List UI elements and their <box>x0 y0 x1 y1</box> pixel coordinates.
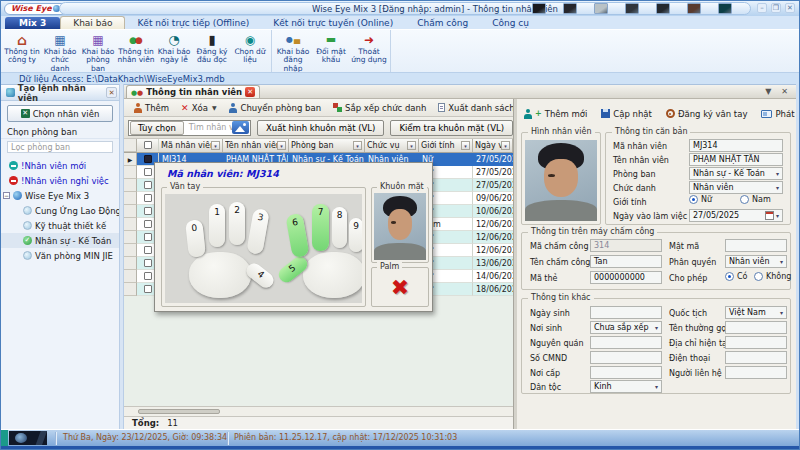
tree-item-2[interactable]: −Wise Eye Mix 3 <box>1 188 119 203</box>
column-filter-icon[interactable]: ▾ <box>407 141 416 150</box>
nickname-input[interactable] <box>725 321 787 334</box>
column-filter-icon[interactable]: ▾ <box>277 141 286 150</box>
ribbon-button-1[interactable]: Khai báo chức danh <box>41 32 79 73</box>
sidebar-close-icon[interactable]: ✕ <box>106 87 117 98</box>
device-thumbnail-5[interactable] <box>687 3 701 14</box>
scrollbar-thumb[interactable] <box>138 409 220 414</box>
finger-6-registered[interactable]: 6 <box>285 213 309 258</box>
finger-7-registered[interactable]: 7 <box>312 204 329 251</box>
gender-radio-female[interactable]: Nữ <box>689 195 712 204</box>
birth-date-input[interactable] <box>590 306 662 319</box>
detail-issue-card-button[interactable]: Phát thẻ <box>757 109 796 119</box>
column-filter-icon[interactable]: ▾ <box>211 141 220 150</box>
column-header-2[interactable]: Phòng ban▾ <box>289 139 365 152</box>
job-title-select[interactable]: Nhân viên <box>689 181 783 194</box>
department-filter-input[interactable]: Lọc phòng ban <box>7 141 113 153</box>
device-thumbnail-1[interactable] <box>563 3 577 14</box>
card-number-input[interactable]: 0000000000 <box>590 271 662 284</box>
department-select[interactable]: Nhân sự - Kế Toán <box>689 167 783 180</box>
password-input[interactable] <box>725 239 787 252</box>
column-filter-icon[interactable]: ▾ <box>353 141 362 150</box>
detail-update-button[interactable]: Cập nhật <box>597 109 656 119</box>
birth-place-select[interactable]: Chưa sắp xếp <box>590 321 662 334</box>
tab-row-close-icon[interactable]: ✕ <box>781 87 788 96</box>
check-face-button[interactable]: Kiểm tra khuôn mặt (VL) <box>390 120 513 136</box>
sidebar-tab[interactable]: Tạo lệnh nhân viên ✕ <box>1 85 119 101</box>
column-header-0[interactable]: Mã nhân viên▾ <box>159 139 223 152</box>
toolbar-export-list-button[interactable]: Xuất danh sách <box>433 100 519 115</box>
tab-employee-info[interactable]: Thông tin nhân viên ✕ <box>126 85 260 98</box>
toolbar-delete-button[interactable]: ✕Xóa▼ <box>176 100 221 115</box>
finger-0[interactable]: 0 <box>185 219 206 258</box>
issue-place-input[interactable] <box>590 366 662 379</box>
tree-item-6[interactable]: Văn phòng MIN JIE <box>1 248 119 263</box>
permission-select[interactable]: Nhân viên <box>725 255 787 268</box>
maximize-icon[interactable]: ❐ <box>771 3 781 13</box>
menu-item-3[interactable]: Kết nối trực tuyến (Online) <box>261 17 405 29</box>
phone-input[interactable] <box>725 351 787 364</box>
contact-person-input[interactable] <box>725 366 787 379</box>
toolbar-sort-title-button[interactable]: Sắp xếp chức danh <box>328 100 431 115</box>
finger-1[interactable]: 1 <box>209 204 225 247</box>
tree-item-3[interactable]: Cung Ứng Lao Động <box>1 203 119 218</box>
menu-item-1[interactable]: Khai báo <box>60 16 125 29</box>
tree-item-1[interactable]: !Nhân viên nghỉ việc <box>1 173 119 188</box>
employee-code-input[interactable]: MJ314 <box>689 139 783 152</box>
finger-2[interactable]: 2 <box>229 202 245 245</box>
device-thumbnail-4[interactable] <box>656 3 670 14</box>
attendance-code-input[interactable]: 314 <box>590 239 662 252</box>
ribbon-button-8[interactable]: Đổi mật khẩu <box>312 32 350 65</box>
tree-item-0[interactable]: !Nhân viên mới <box>1 158 119 173</box>
tree-item-5[interactable]: Nhân sự - Kế Toán <box>1 233 119 248</box>
ribbon-button-3[interactable]: Thông tin nhân viên <box>117 32 155 65</box>
ribbon-button-4[interactable]: Khai báo ngày lễ <box>155 32 193 65</box>
calendar-icon[interactable] <box>765 211 774 220</box>
export-face-button[interactable]: Xuất hình khuôn mặt (VL) <box>257 120 384 136</box>
dropdown-chevron-icon[interactable]: ▼ <box>212 104 217 111</box>
finger-3[interactable]: 3 <box>246 208 270 255</box>
allow-radio-yes[interactable]: Có <box>725 272 747 281</box>
gender-radio-male[interactable]: Nam <box>740 195 771 204</box>
options-button[interactable]: Tùy chọn <box>130 121 184 135</box>
employee-name-input[interactable]: PHẠM NHẬT TÂN <box>689 153 783 166</box>
ribbon-button-6[interactable]: Chọn dữ liệu <box>231 32 269 65</box>
ribbon-button-7[interactable]: Khai báo đăng nhập <box>274 32 312 73</box>
ribbon-button-5[interactable]: Đăng ký đầu đọc <box>193 32 231 65</box>
finger-4[interactable]: 4 <box>244 260 277 290</box>
column-header-1[interactable]: Tên nhân viên▾ <box>223 139 289 152</box>
allow-radio-no[interactable]: Không <box>754 272 791 281</box>
horizontal-scrollbar[interactable] <box>124 406 513 416</box>
toolbar-move-department-button[interactable]: Chuyển phòng ban <box>224 100 327 115</box>
menu-item-5[interactable]: Công cụ <box>480 17 541 29</box>
minimize-icon[interactable]: – <box>757 3 767 13</box>
nationality-select[interactable]: Việt Nam <box>725 306 787 319</box>
ethnicity-select[interactable]: Kinh <box>590 380 662 393</box>
device-thumbnail-2[interactable] <box>594 3 608 14</box>
attendance-name-input[interactable]: Tan <box>590 255 662 268</box>
tab-list-chevron-icon[interactable]: ▼ <box>765 87 771 96</box>
toolbar-add-button[interactable]: Thêm <box>128 100 174 115</box>
id-number-input[interactable] <box>590 351 662 364</box>
column-header-4[interactable]: Giới tính▾ <box>419 139 473 152</box>
menu-item-0[interactable]: Mix 3 <box>5 17 60 29</box>
ribbon-button-9[interactable]: Thoát ứng dụng <box>350 32 388 65</box>
select-all-checkbox[interactable] <box>137 139 159 152</box>
hire-date-input[interactable]: 27/05/2025 ▾ <box>689 209 783 222</box>
address-input[interactable] <box>725 336 787 349</box>
device-thumbnail-6[interactable] <box>718 3 732 14</box>
column-filter-icon[interactable]: ▾ <box>501 141 510 150</box>
tree-expander-icon[interactable]: − <box>3 192 10 199</box>
column-header-3[interactable]: Chức vụ▾ <box>365 139 419 152</box>
ribbon-button-0[interactable]: Thông tin công ty <box>3 32 41 65</box>
device-thumbnail-3[interactable] <box>625 3 639 14</box>
column-filter-icon[interactable]: ▾ <box>461 141 470 150</box>
tree-item-4[interactable]: Kỹ thuật thiết kế <box>1 218 119 233</box>
device-thumbnail-0[interactable] <box>532 3 546 14</box>
finger-8[interactable]: 8 <box>332 207 347 248</box>
menu-item-4[interactable]: Chấm công <box>405 17 480 29</box>
detail-register-fingerprint-button[interactable]: Đăng ký vân tay <box>662 109 752 119</box>
ribbon-button-2[interactable]: Khai báo phòng ban <box>79 32 117 73</box>
close-icon[interactable]: ✕ <box>785 3 795 13</box>
search-input[interactable]: Tìm nhân viên <box>185 123 232 132</box>
choose-employee-button[interactable]: Chọn nhân viên <box>7 105 113 122</box>
